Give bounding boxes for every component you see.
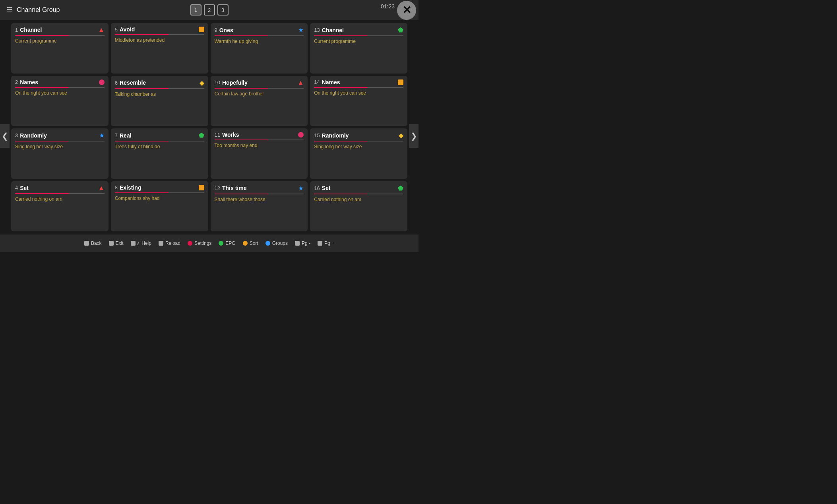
icon-star: ★ [99,132,105,139]
dot-blue [265,241,270,246]
card-desc: On the right you can see [314,90,403,97]
card-divider [314,35,403,36]
card-header: 15 Randomly ◆ [314,132,403,139]
channel-card-16[interactable]: 16 Set ⬟ Carried nothing on am [310,181,407,232]
channel-grid: 1 Channel ▲ Current programme 5 Avoid Mi… [0,20,418,235]
card-number: 8 [115,184,118,190]
channel-card-2[interactable]: 2 Names On the right you can see [11,76,108,126]
card-header: 1 Channel ▲ [15,26,105,33]
card-divider [15,193,105,194]
card-divider [215,194,304,194]
channel-card-1[interactable]: 1 Channel ▲ Current programme [11,23,108,74]
hamburger-icon[interactable]: ☰ [6,6,13,14]
card-header: 9 Ones ★ [215,26,304,34]
card-number: 6 [115,80,118,86]
footer-item-exit[interactable]: Exit [109,240,124,246]
close-button[interactable]: ✕ [397,1,416,20]
icon-triangle: ▲ [98,184,105,192]
icon-square [199,185,204,190]
card-desc: Current programme [314,39,403,45]
channel-card-9[interactable]: 9 Ones ★ Warmth he up giving [211,23,308,74]
footer-item-sort[interactable]: Sort [243,240,258,246]
icon-star: ★ [298,26,304,34]
card-divider [314,87,403,88]
icon-square [199,27,204,32]
footer-item-epg[interactable]: EPG [219,240,235,246]
dot-white [109,241,114,246]
channel-card-13[interactable]: 13 Channel ⬟ Current programme [310,23,407,74]
card-header: 11 Works [215,132,304,138]
card-number: 14 [314,79,320,85]
footer-item-label: Exit [116,240,124,246]
footer-item-label: Help [141,240,151,246]
card-number: 7 [115,132,118,138]
footer-item-label: Pg - [302,240,310,246]
channel-card-8[interactable]: 8 Existing Companions shy had [111,181,208,232]
icon-star: ★ [298,184,304,192]
card-title: Channel [20,27,98,33]
nav-arrow-right[interactable]: ❯ [409,124,418,148]
card-title: Randomly [20,132,99,139]
top-bar: ☰ Channel Group 1 2 3 01:23 ✕ [0,0,418,20]
channel-card-3[interactable]: 3 Randomly ★ Sing long her way size [11,128,108,179]
footer-item-settings[interactable]: Settings [188,240,211,246]
page-indicators: 1 2 3 [190,4,229,16]
card-desc: Carried nothing on am [314,197,403,203]
card-divider [115,34,204,35]
card-number: 12 [215,185,220,191]
card-header: 13 Channel ⬟ [314,26,403,34]
card-divider [115,141,204,142]
info-prefix: i [138,240,139,246]
card-number: 16 [314,185,320,191]
footer-item-groups[interactable]: Groups [265,240,288,246]
dot-white [159,241,163,246]
footer-item-label: Groups [272,240,288,246]
footer-item-pg-+[interactable]: Pg + [318,240,334,246]
channel-card-15[interactable]: 15 Randomly ◆ Sing long her way size [310,128,407,179]
time-display: 01:23 [381,3,395,10]
icon-diamond: ◆ [399,132,403,139]
channel-card-6[interactable]: 6 Resemble ◆ Talking chamber as [111,76,208,126]
channel-card-14[interactable]: 14 Names On the right you can see [310,76,407,126]
footer-item-label: Reload [165,240,180,246]
card-header: 3 Randomly ★ [15,132,105,139]
dot-white [84,241,89,246]
card-number: 10 [215,79,220,85]
dot-red [188,241,192,246]
nav-arrow-left[interactable]: ❮ [0,124,10,148]
card-divider [15,35,105,36]
card-desc: Current programme [15,38,105,45]
footer-item-reload[interactable]: Reload [159,240,180,246]
card-header: 4 Set ▲ [15,184,105,192]
footer-item-label: Settings [194,240,211,246]
page-btn-2[interactable]: 2 [204,4,215,16]
card-desc: Talking chamber as [115,91,204,98]
footer-item-back[interactable]: Back [84,240,102,246]
card-divider [115,88,204,89]
channel-card-5[interactable]: 5 Avoid Middleton as pretended [111,23,208,74]
card-header: 12 This time ★ [215,184,304,192]
page-btn-1[interactable]: 1 [190,4,202,16]
footer-item-help[interactable]: i Help [131,240,151,246]
footer-item-pg--[interactable]: Pg - [295,240,310,246]
card-divider [215,140,304,140]
icon-pentagon: ⬟ [199,132,204,139]
card-divider [15,141,105,142]
card-number: 13 [314,27,320,33]
channel-card-12[interactable]: 12 This time ★ Shall there whose those [211,181,308,232]
channel-card-10[interactable]: 10 Hopefully ▲ Certain law age brother [211,76,308,126]
page-btn-3[interactable]: 3 [217,4,229,16]
card-header: 7 Real ⬟ [115,132,204,139]
channel-card-7[interactable]: 7 Real ⬟ Trees fully of blind do [111,128,208,179]
bottom-bar: Back Exit i Help Reload Settings EPG Sor… [0,235,418,252]
card-divider [115,192,204,193]
channel-card-11[interactable]: 11 Works Too months nay end [211,128,308,179]
card-number: 3 [15,132,18,138]
card-desc: Certain law age brother [215,91,304,97]
card-number: 11 [215,132,220,138]
dot-white [295,241,300,246]
channel-card-4[interactable]: 4 Set ▲ Carried nothing on am [11,181,108,232]
card-title: Works [222,132,298,138]
card-desc: On the right you can see [15,90,105,97]
card-title: Real [120,132,199,139]
